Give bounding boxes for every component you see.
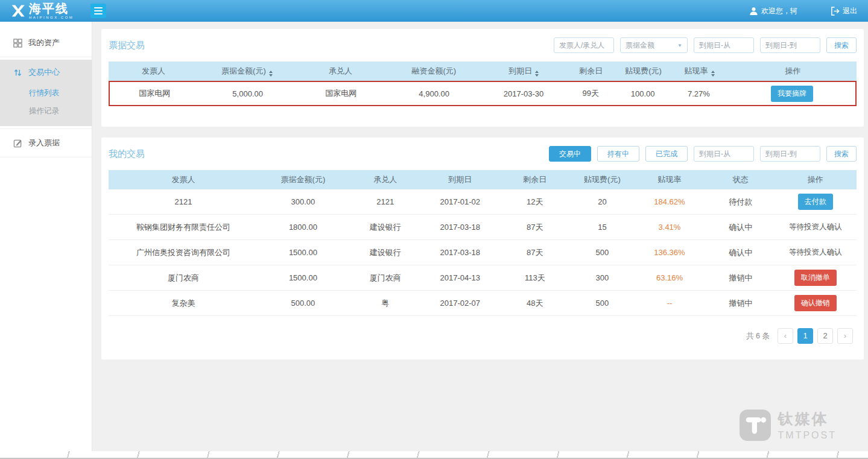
bill-amount-cell: 1500.00 xyxy=(258,273,348,282)
column-header: 贴现费(元) xyxy=(617,66,670,77)
prev-page-button[interactable]: ‹ xyxy=(778,328,793,344)
cancel-withdraw-button[interactable]: 取消撤单 xyxy=(794,270,837,286)
user-welcome[interactable]: 欢迎您，轲 xyxy=(749,6,797,16)
days-left-cell: 87天 xyxy=(498,247,572,258)
sidebar-item-my-assets[interactable]: 我的资产 xyxy=(0,31,92,54)
my-trades-title: 我的交易 xyxy=(109,148,145,160)
divider xyxy=(0,57,92,57)
column-header: 到期日 xyxy=(423,174,498,185)
bill-amount-cell: 500.00 xyxy=(258,299,348,308)
pay-button[interactable]: 去付款 xyxy=(798,194,833,210)
acceptor-cell: 国家电网 xyxy=(296,88,385,99)
brand-x-icon xyxy=(11,4,25,18)
edit-icon xyxy=(13,139,22,148)
brand-logo[interactable]: 海平线 HAIPINGX.COM xyxy=(11,2,74,19)
page-1-button[interactable]: 1 xyxy=(797,328,813,344)
due-to-input[interactable] xyxy=(760,37,820,53)
column-header: 票据金额(元) xyxy=(258,174,348,185)
column-header-sortable[interactable]: 到期日 xyxy=(483,66,565,77)
torn-edge-decoration xyxy=(0,451,868,459)
confirm-withdraw-button[interactable]: 确认撤销 xyxy=(794,295,837,311)
trades-due-from-input[interactable] xyxy=(694,146,754,162)
days-left-cell: 12天 xyxy=(498,197,572,207)
page-2-button[interactable]: 2 xyxy=(817,328,833,344)
watermark-cn: 钛媒体 xyxy=(778,409,837,429)
sidebar-group-trade-center: 交易中心 行情列表 操作记录 xyxy=(0,60,92,126)
column-header: 贴现费(元) xyxy=(572,174,632,185)
amount-select[interactable]: 票据金额 ▼ xyxy=(620,37,688,53)
menu-toggle-button[interactable] xyxy=(90,4,106,18)
column-header: 剩余日 xyxy=(565,66,617,77)
divider xyxy=(0,128,92,129)
tab-holding[interactable]: 持有中 xyxy=(597,146,639,162)
status-cell: 确认中 xyxy=(707,222,775,233)
tab-trading[interactable]: 交易中 xyxy=(549,146,591,162)
sort-icon xyxy=(269,71,273,77)
awaiting-investor-text: 等待投资人确认 xyxy=(789,223,842,231)
column-header: 融资金额(元) xyxy=(385,66,483,77)
bill-market-filters: 票据金额 ▼ 搜索 xyxy=(554,37,857,53)
sidebar-item-trade-center[interactable]: 交易中心 xyxy=(0,61,92,84)
logout-label: 退出 xyxy=(843,6,857,16)
amount-select-value: 票据金额 xyxy=(626,40,654,51)
acceptor-cell: 建设银行 xyxy=(348,247,423,258)
column-header-sortable[interactable]: 票据金额(元) xyxy=(198,66,296,77)
table-row: 鞍钢集团财务有限责任公司 1800.00 建设银行 2017-03-18 87天… xyxy=(109,215,857,240)
issuer-cell: 复杂美 xyxy=(109,298,258,309)
bill-amount-cell: 5,000.00 xyxy=(199,89,296,98)
column-header-sortable[interactable]: 贴现率 xyxy=(670,66,729,77)
sort-icon xyxy=(535,71,539,77)
tab-completed[interactable]: 已完成 xyxy=(645,146,688,162)
next-page-button[interactable]: › xyxy=(837,328,853,344)
acceptor-cell: 建设银行 xyxy=(348,222,423,233)
bill-amount-cell: 1500.00 xyxy=(258,248,348,257)
total-count: 共 6 条 xyxy=(746,331,770,341)
sidebar-item-operation-log[interactable]: 操作记录 xyxy=(0,102,92,120)
bill-market-title: 票据交易 xyxy=(109,40,145,51)
sidebar-item-enter-bill[interactable]: 录入票据 xyxy=(0,131,92,154)
logout-button[interactable]: 退出 xyxy=(831,6,857,16)
discount-rate-cell: 63.16% xyxy=(632,273,707,282)
status-cell: 撤销中 xyxy=(707,298,775,309)
discount-fee-cell: 500 xyxy=(572,248,632,257)
finance-amount-cell: 4,900.00 xyxy=(385,89,483,98)
issuer-acceptor-input[interactable] xyxy=(554,37,614,53)
trades-search-button[interactable]: 搜索 xyxy=(826,146,857,162)
discount-rate-cell: 136.36% xyxy=(632,248,707,257)
tmtpost-logo-icon xyxy=(740,410,771,441)
discount-fee-cell: 15 xyxy=(572,223,632,232)
status-cell: 确认中 xyxy=(707,247,775,258)
sidebar-label-my-assets: 我的资产 xyxy=(28,37,60,48)
delist-button[interactable]: 我要摘牌 xyxy=(771,86,813,102)
bill-amount-cell: 300.00 xyxy=(258,197,348,206)
bill-amount-cell: 1800.00 xyxy=(258,223,348,232)
discount-fee-cell: 300 xyxy=(572,273,632,282)
column-header: 状态 xyxy=(707,174,775,185)
due-date-cell: 2017-03-30 xyxy=(483,89,565,98)
days-left-cell: 99天 xyxy=(565,88,617,99)
issuer-cell: 鞍钢集团财务有限责任公司 xyxy=(109,222,258,233)
discount-fee-cell: 500 xyxy=(572,299,632,308)
due-from-input[interactable] xyxy=(694,37,754,53)
trades-due-to-input[interactable] xyxy=(760,146,820,162)
issuer-cell: 厦门农商 xyxy=(109,273,258,283)
column-header: 操作 xyxy=(729,66,857,77)
my-trades-filters: 交易中 持有中 已完成 搜索 xyxy=(549,146,857,162)
page: 海平线 HAIPINGX.COM 欢迎您，轲 退出 我的资产 xyxy=(0,0,868,459)
sort-icon xyxy=(711,71,715,77)
sidebar-item-market-list[interactable]: 行情列表 xyxy=(0,84,92,102)
watermark-en: TMTPOST xyxy=(778,430,837,441)
discount-rate-cell: 184.62% xyxy=(632,197,707,206)
discount-fee-cell: 20 xyxy=(572,197,632,206)
logout-icon xyxy=(831,7,840,16)
discount-rate-cell: -- xyxy=(632,299,707,308)
days-left-cell: 87天 xyxy=(498,222,572,233)
due-date-cell: 2017-03-18 xyxy=(423,223,498,232)
search-button[interactable]: 搜索 xyxy=(826,37,857,53)
hamburger-icon xyxy=(94,7,103,8)
divider xyxy=(0,157,92,157)
due-date-cell: 2017-02-07 xyxy=(423,299,498,308)
due-date-cell: 2017-01-02 xyxy=(423,197,498,206)
grid-icon xyxy=(13,39,22,48)
awaiting-investor-text: 等待投资人确认 xyxy=(789,248,842,256)
